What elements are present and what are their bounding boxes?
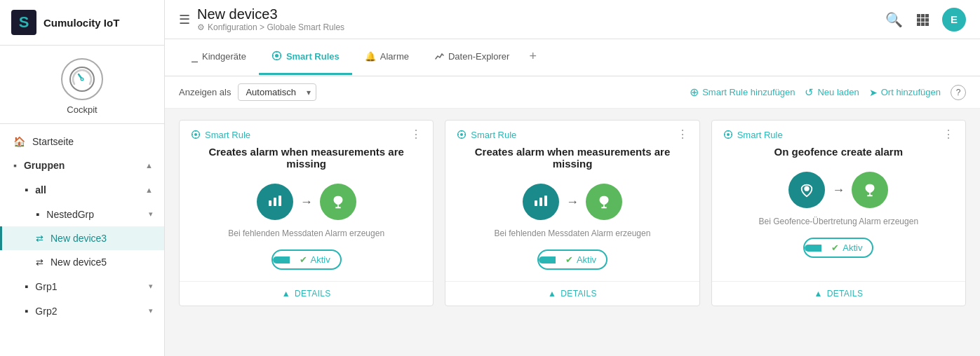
aktiv-toggle-3[interactable]: ✔ Aktiv [803, 238, 873, 258]
cockpit-label: Cockpit [67, 104, 97, 115]
details-arrow-icon-2: ▲ [548, 289, 556, 299]
svg-point-21 [194, 133, 197, 136]
sidebar-item-newdevice5[interactable]: ⇄ New device5 [0, 250, 164, 274]
details-label-2: DETAILS [561, 289, 597, 299]
card-type-label-1: Smart Rule [191, 130, 250, 140]
source-icon-3 [788, 172, 825, 208]
apps-grid-icon[interactable] [915, 13, 929, 27]
sidebar-item-startseite[interactable]: 🏠 Startseite [0, 130, 164, 153]
svg-text:S: S [19, 13, 29, 31]
view-select-wrap[interactable]: Automatisch Liste Kacheln [238, 83, 316, 101]
help-button[interactable]: ? [951, 85, 966, 100]
aktiv-right-3: ✔ Aktiv [821, 239, 872, 256]
tab-kindgeraete-icon: ⎯ [192, 50, 198, 62]
folder-icon: ▪ [13, 160, 17, 171]
sidebar: S Cumulocity IoT Cockpit 🏠 Startseite ▪ … [0, 0, 165, 356]
card-body-2: Creates alarm when measurements are miss… [445, 146, 699, 281]
brand-header: S Cumulocity IoT [0, 0, 164, 46]
svg-rect-5 [917, 14, 920, 18]
add-rule-label: Smart Rule hinzufügen [702, 87, 795, 97]
topbar-left: ☰ New device3 ⚙ Konfiguration > Globale … [179, 6, 344, 32]
card-footer-1[interactable]: ▲ DETAILS [180, 281, 433, 306]
main-content: ☰ New device3 ⚙ Konfiguration > Globale … [165, 0, 980, 356]
sidebar-item-newdevice3[interactable]: ⇄ New device3 [0, 226, 164, 250]
aktiv-right-1: ✔ Aktiv [290, 251, 340, 268]
sidebar-item-grp1[interactable]: ▪ Grp1 ▾ [0, 274, 164, 299]
card-header-1: Smart Rule ⋮ [180, 121, 433, 146]
tab-label: Kindgeräte [202, 51, 246, 62]
sidebar-item-label: Startseite [32, 136, 74, 147]
svg-point-43 [727, 133, 730, 136]
card-header-3: Smart Rule ⋮ [712, 121, 965, 146]
plus-icon: ⊕ [690, 85, 699, 99]
sidebar-nav: 🏠 Startseite ▪ Gruppen ▲ ▪ all ▲ ▪ Neste… [0, 124, 164, 329]
card-footer-3[interactable]: ▲ DETAILS [712, 281, 965, 306]
sidebar-item-gruppen[interactable]: ▪ Gruppen ▲ [0, 153, 164, 177]
smart-rule-icon-3 [723, 130, 733, 139]
card-icons-row-3: → [788, 172, 888, 208]
location-icon: ➤ [869, 87, 878, 98]
details-arrow-icon-3: ▲ [814, 289, 822, 299]
details-arrow-icon-1: ▲ [282, 289, 290, 299]
tab-daten-icon [434, 50, 444, 62]
tabs-bar: ⎯ Kindgeräte Smart Rules 🔔 Alarme [165, 39, 980, 76]
card-more-menu-2[interactable]: ⋮ [677, 129, 688, 140]
toolbar-right: ⊕ Smart Rule hinzufügen ↺ Neu laden ➤ Or… [690, 85, 966, 100]
breadcrumb-text: Konfiguration > Globale Smart Rules [208, 22, 344, 32]
search-icon[interactable]: 🔍 [885, 11, 903, 28]
svg-rect-13 [925, 22, 929, 26]
details-label-1: DETAILS [295, 289, 331, 299]
svg-point-48 [805, 186, 810, 191]
check-icon-2: ✔ [565, 254, 573, 265]
card-icons-row-2: → [523, 184, 622, 220]
sidebar-item-label: New device5 [51, 256, 107, 268]
smart-rule-card-1: Smart Rule ⋮ Creates alarm when measurem… [179, 120, 434, 306]
aktiv-label-3: Aktiv [843, 242, 862, 253]
aktiv-toggle-2[interactable]: ✔ Aktiv [537, 249, 608, 270]
card-footer-2[interactable]: ▲ DETAILS [445, 281, 699, 306]
target-icon-3 [852, 172, 888, 208]
check-icon-1: ✔ [300, 254, 307, 265]
tab-label: Alarme [380, 51, 409, 62]
card-more-menu-3[interactable]: ⋮ [943, 129, 954, 140]
cards-area: Smart Rule ⋮ Creates alarm when measurem… [165, 109, 980, 356]
tab-alarme[interactable]: 🔔 Alarme [352, 41, 422, 74]
reload-button[interactable]: ↺ Neu laden [805, 86, 859, 99]
svg-rect-12 [921, 22, 925, 26]
cockpit-gauge-icon [69, 66, 95, 93]
aktiv-left-2 [539, 256, 556, 263]
brand-name: Cumulocity IoT [43, 17, 119, 29]
anzeigen-als-label: Anzeigen als [179, 87, 231, 97]
user-avatar[interactable]: E [942, 8, 966, 32]
view-select[interactable]: Automatisch Liste Kacheln [238, 83, 316, 101]
add-location-button[interactable]: ➤ Ort hinzufügen [869, 87, 941, 98]
aktiv-toggle-1[interactable]: ✔ Aktiv [271, 249, 342, 270]
sidebar-item-all[interactable]: ▪ all ▲ [0, 177, 164, 202]
folder-icon: ▪ [25, 280, 28, 292]
add-smart-rule-button[interactable]: ⊕ Smart Rule hinzufügen [690, 85, 795, 99]
card-type-label-3: Smart Rule [723, 130, 783, 140]
chevron-down-icon: ▾ [149, 306, 153, 315]
chevron-down-icon: ▾ [149, 210, 153, 219]
hamburger-icon[interactable]: ☰ [179, 12, 190, 27]
card-header-2: Smart Rule ⋮ [445, 121, 699, 146]
tab-add-button[interactable]: + [522, 39, 544, 76]
tab-smartrules-icon [271, 50, 282, 63]
tab-daten-explorer[interactable]: Daten-Explorer [422, 41, 522, 74]
sidebar-item-grp2[interactable]: ▪ Grp2 ▾ [0, 299, 164, 323]
tab-smart-rules[interactable]: Smart Rules [259, 41, 352, 75]
card-more-menu-1[interactable]: ⋮ [410, 129, 422, 140]
reload-label: Neu laden [817, 87, 859, 97]
svg-rect-28 [278, 196, 281, 206]
cards-grid: Smart Rule ⋮ Creates alarm when measurem… [179, 120, 966, 306]
sidebar-item-label: NestedGrp [46, 209, 142, 220]
device-icon: ⇄ [36, 257, 43, 268]
card-title-3: On geofence create alarm [774, 146, 903, 158]
tab-alarme-icon: 🔔 [365, 51, 376, 62]
svg-point-32 [460, 133, 463, 136]
card-title-1: Creates alarm when measurements are miss… [191, 146, 422, 170]
sidebar-item-nestedgrp[interactable]: ▪ NestedGrp ▾ [0, 202, 164, 226]
svg-rect-11 [917, 22, 920, 26]
tab-kindgeraete[interactable]: ⎯ Kindgeräte [179, 41, 259, 74]
topbar-right: 🔍 E [885, 8, 966, 32]
